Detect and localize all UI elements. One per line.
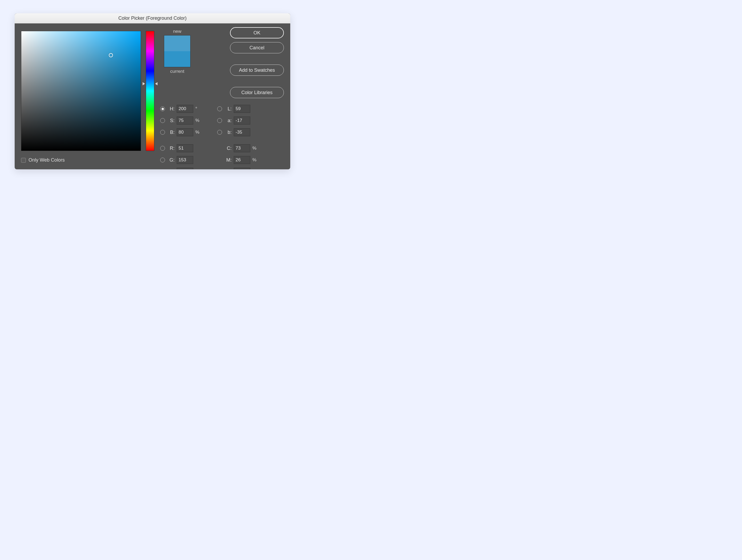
color-preview: [164, 35, 191, 67]
brightness-input[interactable]: [177, 128, 193, 136]
green-label: G:: [167, 157, 174, 163]
lab-l-radio[interactable]: [217, 106, 222, 111]
hue-radio[interactable]: [160, 106, 165, 111]
hue-input[interactable]: [177, 105, 193, 113]
color-libraries-button[interactable]: Color Libraries: [230, 87, 284, 98]
lab-b-label: b:: [224, 130, 231, 135]
current-color-label: current: [170, 69, 184, 74]
ok-button[interactable]: OK: [230, 27, 284, 38]
green-radio[interactable]: [160, 158, 165, 162]
lab-l-input[interactable]: [234, 105, 250, 113]
color-picker-dialog: Color Picker (Foreground Color) Only Web…: [15, 13, 290, 169]
cancel-button[interactable]: Cancel: [230, 42, 284, 53]
red-input[interactable]: [177, 144, 193, 152]
brightness-radio[interactable]: [160, 130, 165, 135]
cyan-label: C:: [224, 146, 231, 151]
new-color-label: new: [173, 29, 181, 34]
saturation-brightness-field[interactable]: [21, 31, 141, 151]
blue-label: B:: [167, 169, 174, 169]
cyan-unit: %: [252, 146, 257, 151]
brightness-label: B:: [167, 130, 174, 135]
dialog-title: Color Picker (Foreground Color): [118, 15, 187, 21]
cyan-input[interactable]: [234, 144, 250, 152]
red-radio[interactable]: [160, 146, 165, 151]
lab-a-radio[interactable]: [217, 118, 222, 123]
saturation-radio[interactable]: [160, 118, 165, 123]
magenta-label: M:: [224, 157, 231, 163]
yellow-unit: %: [252, 169, 257, 169]
web-colors-label: Only Web Colors: [29, 157, 65, 163]
web-colors-checkbox[interactable]: [21, 158, 26, 163]
magenta-input[interactable]: [234, 156, 250, 164]
green-input[interactable]: [177, 156, 193, 164]
current-color-swatch[interactable]: [164, 51, 190, 67]
lab-b-radio[interactable]: [217, 130, 222, 135]
yellow-label: Y:: [224, 169, 231, 169]
new-color-swatch: [164, 36, 190, 51]
hue-thumb-left-icon[interactable]: [143, 82, 145, 85]
lab-a-label: a:: [224, 118, 231, 123]
hue-thumb-right-icon[interactable]: [155, 82, 158, 85]
saturation-input[interactable]: [177, 116, 193, 124]
red-label: R:: [167, 146, 174, 151]
yellow-input[interactable]: [234, 168, 250, 169]
hue-label: H:: [167, 106, 174, 112]
magenta-unit: %: [252, 157, 257, 163]
lab-l-label: L:: [224, 106, 231, 112]
hue-unit: °: [195, 106, 200, 111]
lab-a-input[interactable]: [234, 116, 250, 124]
saturation-unit: %: [195, 118, 200, 123]
sb-marker[interactable]: [109, 53, 113, 57]
lab-b-input[interactable]: [234, 128, 250, 136]
saturation-label: S:: [167, 118, 174, 123]
titlebar: Color Picker (Foreground Color): [15, 13, 290, 23]
add-to-swatches-button[interactable]: Add to Swatches: [230, 64, 284, 76]
blue-input[interactable]: [177, 168, 193, 169]
hue-slider[interactable]: [146, 31, 154, 151]
brightness-unit: %: [195, 130, 200, 135]
